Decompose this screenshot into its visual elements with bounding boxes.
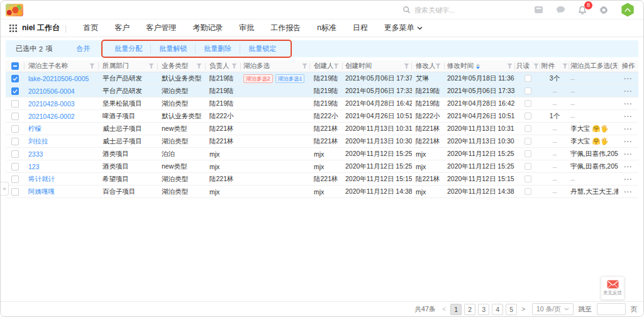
checkbox[interactable] xyxy=(525,125,531,132)
jump-page-input[interactable] xyxy=(597,303,626,315)
nav-item[interactable]: 客户管理 xyxy=(146,23,176,33)
checkbox[interactable] xyxy=(11,138,19,145)
checkbox[interactable] xyxy=(11,163,19,170)
more-actions-icon[interactable]: ··· xyxy=(624,188,633,196)
record-link[interactable]: 2333 xyxy=(28,150,43,158)
filter-icon[interactable] xyxy=(196,64,202,69)
sidebar-expand-handle[interactable]: » xyxy=(1,182,9,196)
more-actions-icon[interactable]: ··· xyxy=(624,150,633,158)
record-link[interactable]: 20210428-0003 xyxy=(28,100,75,108)
checkbox[interactable] xyxy=(11,75,19,82)
filter-icon[interactable] xyxy=(404,64,409,69)
apps-grid-icon[interactable] xyxy=(9,25,17,32)
checkbox[interactable] xyxy=(11,175,19,183)
filter-icon[interactable] xyxy=(231,64,237,69)
batch-action-link[interactable]: 批量锁定 xyxy=(240,44,284,53)
more-actions-icon[interactable]: ··· xyxy=(624,175,633,183)
page-size-select[interactable]: 10 条/页 xyxy=(532,303,574,315)
nav-item[interactable]: 日程 xyxy=(353,23,368,33)
record-link[interactable]: 123 xyxy=(28,163,40,170)
workspace-title[interactable]: niel 工作台 xyxy=(22,23,60,33)
nav-item[interactable]: 首页 xyxy=(83,23,98,33)
cell-created: 2020年11月12日 15:25 xyxy=(343,148,412,160)
more-actions-icon[interactable]: ··· xyxy=(624,87,633,95)
checkbox[interactable] xyxy=(11,125,19,133)
user-avatar[interactable] xyxy=(621,3,635,17)
table-row[interactable]: 123酒类项目new类型mjxmjx2020年11月12日 15:25mjx20… xyxy=(6,160,638,173)
sort-icon[interactable] xyxy=(476,64,480,69)
checkbox[interactable] xyxy=(525,163,531,170)
checkbox[interactable] xyxy=(11,87,19,95)
nav-item[interactable]: 工作报告 xyxy=(270,23,301,33)
table-row[interactable]: 阿姨嘎嘎百合子项目湖泊类型mjxmjx2020年11月12日 14:38mjx2… xyxy=(6,186,638,198)
checkbox[interactable] xyxy=(11,188,19,196)
record-link[interactable]: 20210506-0004 xyxy=(28,87,75,95)
filter-icon[interactable] xyxy=(333,64,339,69)
more-actions-icon[interactable]: ··· xyxy=(624,75,633,82)
nav-item[interactable]: 审批 xyxy=(239,23,254,33)
chat-icon[interactable] xyxy=(556,6,565,14)
page-button[interactable]: 2 xyxy=(464,304,475,315)
search-input[interactable] xyxy=(414,6,484,14)
checkbox[interactable] xyxy=(525,150,531,157)
checkbox[interactable] xyxy=(525,87,531,94)
filter-icon[interactable] xyxy=(533,64,539,69)
filter-icon[interactable] xyxy=(435,64,441,69)
page-button[interactable]: 1 xyxy=(450,304,462,315)
merge-button[interactable]: 合并 xyxy=(76,44,90,53)
record-link[interactable]: 将计就计 xyxy=(28,175,55,184)
table-row[interactable]: lake-20210506-0005平台产品研发默认业务类型陆219陆湖泊多选2… xyxy=(6,72,638,85)
gear-icon[interactable] xyxy=(599,6,608,14)
checkbox[interactable] xyxy=(525,138,531,145)
filter-icon[interactable] xyxy=(562,64,568,69)
checkbox[interactable] xyxy=(11,113,19,120)
next-page-button[interactable]: > xyxy=(519,306,527,313)
table-row[interactable]: 将计就计希望项目湖泊类型陆221林陆221林2020年11月12日 15:15陆… xyxy=(6,173,638,186)
checkbox[interactable] xyxy=(525,188,531,195)
prev-page-button[interactable]: < xyxy=(440,306,448,313)
global-search[interactable] xyxy=(402,6,484,14)
batch-action-link[interactable]: 批量删除 xyxy=(195,44,240,53)
table-row[interactable]: 20210428-0003坚果松鼠项目湖泊类型陆219陆陆219陆2021年04… xyxy=(6,97,638,110)
nav-item[interactable]: 考勤记录 xyxy=(192,23,223,33)
checkbox[interactable] xyxy=(525,100,531,107)
page-button[interactable]: 3 xyxy=(478,304,489,315)
table-row[interactable]: 2333酒类项目泊泊mjxmjx2020年11月12日 15:25mjx2020… xyxy=(6,148,638,160)
record-link[interactable]: 20210426-0002 xyxy=(28,113,75,120)
more-actions-icon[interactable]: ··· xyxy=(624,125,633,133)
batch-action-link[interactable]: 批量解锁 xyxy=(150,44,195,53)
page-button[interactable]: 4 xyxy=(492,304,503,315)
checkbox[interactable] xyxy=(525,175,531,182)
bell-icon[interactable]: 8 xyxy=(578,6,587,14)
filter-icon[interactable] xyxy=(148,64,154,69)
more-menu[interactable]: 更多菜单 xyxy=(384,23,423,33)
checkbox[interactable] xyxy=(11,62,19,70)
checkbox[interactable] xyxy=(11,150,19,158)
checkbox[interactable] xyxy=(11,100,19,108)
record-link[interactable]: 阿姨嘎嘎 xyxy=(28,187,55,196)
filter-icon[interactable] xyxy=(89,64,95,69)
checkbox[interactable] xyxy=(525,75,531,82)
batch-action-link[interactable]: 批量分配 xyxy=(106,44,150,53)
filter-icon[interactable] xyxy=(302,64,308,69)
table-row[interactable]: 柠檬威士忌子项目new类型陆221林陆221林2020年11月13日 10:31… xyxy=(6,123,638,135)
record-link[interactable]: lake-20210506-0005 xyxy=(28,75,89,82)
table-row[interactable]: 20210426-0002啤酒子项目默认业务类型陆222小陆222小2021年0… xyxy=(6,110,638,123)
more-actions-icon[interactable]: ··· xyxy=(624,138,633,145)
column-label: 湖泊员工多选(无需 xyxy=(570,62,617,70)
filter-icon[interactable] xyxy=(507,64,513,69)
nav-item[interactable]: 客户 xyxy=(114,23,130,33)
record-link[interactable]: 刘拉拉 xyxy=(28,137,48,146)
more-actions-icon[interactable]: ··· xyxy=(624,113,633,120)
app-logo[interactable] xyxy=(6,4,23,16)
table-row[interactable]: 20210506-0004平台产品研发湖泊类型陆219陆陆219陆2021年05… xyxy=(6,85,638,97)
record-link[interactable]: 柠檬 xyxy=(28,125,42,133)
more-actions-icon[interactable]: ··· xyxy=(624,100,633,108)
checkbox[interactable] xyxy=(525,113,531,120)
table-row[interactable]: 刘拉拉威士忌子项目湖泊类型陆221林陆221林2020年11月13日 10:30… xyxy=(6,135,638,148)
notebook-icon[interactable] xyxy=(534,6,543,14)
page-button[interactable]: 5 xyxy=(506,304,517,315)
more-actions-icon[interactable]: ··· xyxy=(624,163,633,170)
nav-item[interactable]: n标准 xyxy=(317,23,336,33)
feedback-button[interactable]: 意见反馈 xyxy=(601,276,625,300)
